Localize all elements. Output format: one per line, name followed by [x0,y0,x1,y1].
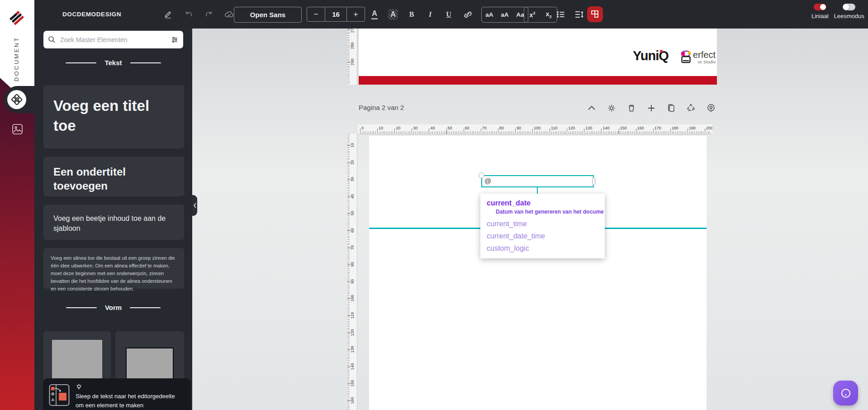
ruler-toggle-label: Liniaal [811,13,829,19]
sidebar-collapse-button[interactable] [192,195,197,216]
element-text[interactable]: @ [482,176,593,186]
drag-hint-tooltip: Sleep de tekst naar het editorgedeelte o… [43,378,191,410]
drag-hint-text: Sleep de tekst naar het editorgedeelte o… [76,392,180,410]
rail-item-elements[interactable] [7,90,26,109]
master-element-title[interactable]: Voeg een titel toe [43,85,184,148]
section-header-shape: Vorm [34,304,192,311]
text-case-group: aA aA Aa [481,7,528,23]
search-input[interactable] [59,36,167,44]
rename-icon[interactable] [163,9,174,20]
filter-icon[interactable] [171,36,179,44]
master-element-content[interactable]: Voeg een beetje inhoud toe aan de sjablo… [43,205,184,240]
undo-icon[interactable] [183,9,194,20]
selected-text-element[interactable]: @ [481,175,594,187]
elements-sidebar: Tekst Voeg een titel toe Een ondertitel … [34,29,192,410]
ruler-toggle-track[interactable] [814,4,826,10]
vertical-ruler-page-1: 270280290 [347,29,357,85]
table-grid-icon [591,10,599,19]
recycle-page-icon[interactable] [686,103,696,113]
search-icon [48,36,56,43]
dropdown-connector [537,187,538,194]
app-logo-icon [9,10,26,27]
master-element-paragraph[interactable]: Voeg een alinea toe die bestaat uit een … [43,248,184,289]
dropdown-item-description: Datum van het genereren van het docume [487,207,598,216]
read-mode-toggle-label: Leesmodus [834,13,864,19]
text-section-title: Tekst [104,59,122,67]
toolbar: DOCDEMODESIGN Open Sans − 16 + [34,0,868,29]
redo-icon[interactable] [204,9,214,20]
assistant-icon [840,387,852,399]
delete-page-icon[interactable] [626,103,636,113]
page-settings-icon[interactable] [606,103,617,113]
dropdown-item-label[interactable]: custom_logic [487,244,598,253]
read-mode-toggle-track[interactable] [843,4,855,10]
drag-handle[interactable] [479,172,484,178]
page-insights-icon[interactable] [706,103,716,113]
dropdown-item-current_time[interactable]: current_time [480,218,605,230]
editor-canvas: YuniQ erfect oc Studio 270280290 Pagina … [192,29,868,410]
italic-button[interactable]: I [425,9,435,20]
font-size-decrease-button[interactable]: − [307,7,325,22]
table-insert-button[interactable] [587,6,603,22]
master-element-subtitle[interactable]: Een ondertitel toevoegen [43,157,184,196]
master-elements-search [43,31,183,48]
perfect-doc-studio-mark-icon [681,50,692,64]
image-icon [12,124,23,135]
text-color-button[interactable]: A [370,9,379,20]
uppercase-button[interactable]: aA [482,11,497,18]
left-rail: DOCUMENT [0,0,34,410]
font-size-increase-button[interactable]: + [346,7,365,22]
dropdown-item-current_date_time[interactable]: current_date_time [480,230,605,242]
underline-button[interactable]: U [444,9,454,20]
ruler-toggle[interactable]: Liniaal [811,4,829,19]
dropdown-item-current_date[interactable]: current_dateDatum van het genereren van … [480,197,605,218]
font-family-select[interactable]: Open Sans [234,7,302,23]
cloud-saved-icon [224,9,235,20]
dropdown-item-label[interactable]: current_time [487,220,598,228]
font-size-stepper: − 16 + [307,7,365,22]
dropdown-item-label[interactable]: current_date [487,199,598,207]
capitalize-button[interactable]: aA [497,11,512,18]
subscript-button[interactable]: x2 [541,10,557,19]
superscript-button[interactable]: x2 [524,11,541,19]
horizontal-ruler: 0102030405060708090100110120130140150160… [358,124,712,134]
drag-illustration-icon [49,384,70,406]
highlight-color-button[interactable]: A [388,9,398,20]
chevron-left-icon [193,203,197,208]
section-header-text: Tekst [34,59,192,67]
elements-icon [11,94,22,105]
variable-dropdown: current_dateDatum van het genereren van … [480,194,605,258]
bullet-list-icon[interactable] [555,9,566,20]
script-group: x2 x2 [524,7,557,23]
rail-item-images[interactable] [11,123,23,135]
document-title: DOCDEMODESIGN [62,0,121,29]
yuniq-logo: YuniQ [633,48,669,63]
dropdown-item-label[interactable]: current_date_time [487,232,598,240]
dropdown-item-custom_logic[interactable]: custom_logic [480,242,605,254]
perfect-doc-studio-logo: erfect oc Studio [681,50,716,64]
bold-button[interactable]: B [407,9,417,20]
font-size-value[interactable]: 16 [325,7,346,22]
page-indicator: Pagina 2 van 2 [359,104,404,111]
yuniq-logo-dot [660,50,663,52]
lightbulb-icon [76,384,82,391]
page-1-footer-bar [359,76,717,85]
vertical-ruler-page-2: 102030405060708090100110120130140150160 [347,134,357,410]
link-icon[interactable] [462,9,473,20]
read-mode-toggle[interactable]: Leesmodus [834,4,864,19]
add-page-icon[interactable] [646,103,656,113]
duplicate-page-icon[interactable] [666,103,676,113]
shape-section-title: Vorm [105,304,122,311]
resize-handle[interactable] [592,177,595,185]
rail-section-label: DOCUMENT [13,32,20,81]
page-actions [586,103,716,113]
collapse-page-icon[interactable] [586,103,597,113]
line-spacing-icon[interactable] [574,9,584,20]
assistant-button[interactable] [833,381,858,405]
